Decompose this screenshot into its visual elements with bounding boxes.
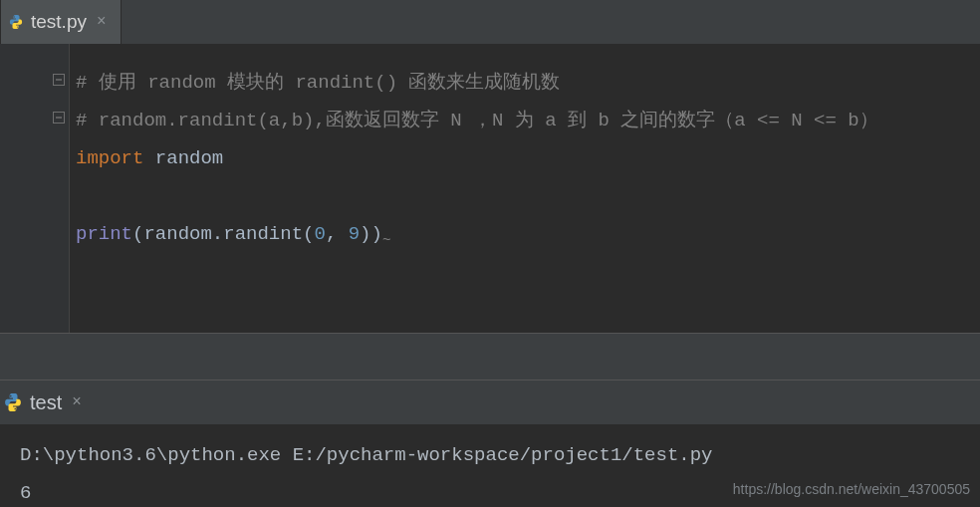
code-identifier: random: [155, 147, 223, 169]
code-editor[interactable]: # 使用 random 模块的 randint() 函数来生成随机数 # ran…: [70, 44, 878, 333]
editor-tab-active[interactable]: test.py ×: [0, 0, 122, 44]
editor-tab-close-icon[interactable]: ×: [95, 13, 109, 31]
code-paren: (: [303, 223, 314, 245]
fold-toggle-icon[interactable]: [52, 73, 66, 87]
code-comment: # 使用 random 模块的 randint() 函数来生成随机数: [76, 72, 560, 94]
editor-tab-filename: test.py: [31, 11, 87, 33]
run-tab-name: test: [30, 391, 62, 414]
editor-tab-bar: test.py ×: [0, 0, 980, 44]
fold-toggle-icon[interactable]: [52, 111, 66, 125]
console-command-line: D:\python3.6\python.exe E:/pycharm-works…: [20, 436, 980, 474]
code-builtin: print: [76, 223, 132, 245]
code-paren: ): [360, 223, 370, 245]
code-identifier: randint: [223, 223, 303, 245]
code-paren: ): [371, 223, 382, 245]
code-sep: ,: [326, 223, 349, 245]
run-tab-bar: test ×: [0, 380, 980, 424]
gutter: [0, 44, 70, 333]
code-dot: .: [212, 223, 223, 245]
code-keyword: import: [76, 147, 143, 169]
tool-window-divider: [0, 333, 980, 380]
caret-indicator-icon: ~: [382, 232, 390, 248]
code-number: 0: [314, 223, 325, 245]
code-comment: # random.randint(a,b),函数返回数字 N ，N 为 a 到 …: [76, 110, 878, 131]
run-tab[interactable]: test ×: [0, 380, 96, 424]
editor-area: # 使用 random 模块的 randint() 函数来生成随机数 # ran…: [0, 44, 980, 333]
code-paren: (: [132, 223, 143, 245]
code-identifier: random: [143, 223, 211, 245]
python-file-icon: [9, 15, 23, 29]
watermark-text: https://blog.csdn.net/weixin_43700505: [733, 481, 970, 497]
code-number: 9: [349, 223, 360, 245]
python-run-icon: [4, 393, 22, 411]
run-tab-close-icon[interactable]: ×: [70, 393, 84, 411]
